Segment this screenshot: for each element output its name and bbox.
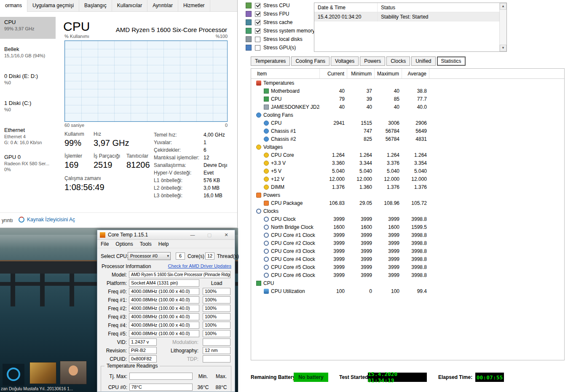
stress-disk-icon bbox=[246, 36, 252, 42]
log-scrollbar[interactable]: ▲ ▼ bbox=[499, 3, 506, 51]
stats-table-row[interactable]: CPU Package 106.83 29.05 108.96 105.72 bbox=[251, 199, 564, 207]
fan-icon bbox=[256, 113, 261, 118]
stats-table-row[interactable]: +3.3 V 3.360 3.344 3.376 3.354 bbox=[251, 159, 564, 167]
stress-option[interactable]: Stress system memory bbox=[246, 27, 315, 35]
stats-table-row[interactable]: North Bridge Clock 1600 1600 1600 1599.5 bbox=[251, 223, 564, 231]
checkbox[interactable] bbox=[255, 37, 260, 42]
sidebar-item-4[interactable]: Ethernet Ethernet 4 G: 0 A: 16,0 Kb/sn bbox=[0, 125, 56, 147]
gauge-icon bbox=[264, 289, 269, 294]
checkbox[interactable] bbox=[255, 45, 260, 51]
taskmanager-tab[interactable]: Hizmetler bbox=[178, 0, 210, 11]
checkbox[interactable] bbox=[255, 11, 260, 17]
menu-file[interactable]: File bbox=[101, 241, 109, 247]
cpu0-label: CPU #0: bbox=[104, 384, 127, 390]
close-button[interactable]: ✕ bbox=[218, 231, 235, 239]
stat-speed: Hız 3,97 GHz bbox=[94, 131, 129, 148]
aida-tab[interactable]: Powers bbox=[360, 56, 385, 66]
scroll-down-icon[interactable]: ▼ bbox=[500, 45, 506, 51]
clock-icon bbox=[264, 225, 269, 230]
checkbox[interactable] bbox=[255, 20, 260, 25]
stress-option[interactable]: Stress cache bbox=[246, 18, 315, 27]
log-row[interactable]: 15.4.2020 01:34:20 Stability Test: Start… bbox=[314, 12, 499, 21]
cpu-detail-row: Sanallaştırma: Devre Dışı bbox=[154, 161, 228, 169]
sidebar-item-5[interactable]: GPU 0 Radeon RX 580 Ser... 0% bbox=[0, 152, 56, 174]
taskmanager-tab[interactable]: ormans bbox=[0, 0, 27, 12]
stress-option[interactable]: Stress FPU bbox=[246, 10, 315, 18]
stats-table-row[interactable]: CPU 2941 1515 3006 2906 bbox=[251, 119, 564, 127]
menu-tools[interactable]: Tools bbox=[140, 241, 152, 247]
stats-table-row[interactable]: Clocks bbox=[251, 207, 564, 215]
desktop-file-label[interactable]: zan Doğulu Mustafa Yıl... bbox=[1, 387, 48, 391]
stats-table-row[interactable]: CPU Utilization 100 0 100 99.4 bbox=[251, 287, 564, 295]
stats-table-row[interactable]: CPU Core #2 Clock 3999 3999 3999 3998.8 bbox=[251, 239, 564, 247]
log-status: Stability Test: Started bbox=[378, 12, 499, 21]
stats-table-row[interactable]: Temperatures bbox=[251, 79, 564, 87]
taskmanager-tab[interactable]: Başlangıç bbox=[79, 0, 112, 11]
clock-icon bbox=[264, 273, 269, 278]
stress-option[interactable]: Stress CPU bbox=[246, 1, 315, 10]
stats-table-row[interactable]: CPU Core #3 Clock 3999 3999 3999 3998.8 bbox=[251, 247, 564, 255]
cpu-select-dropdown[interactable]: Processor #0 bbox=[128, 252, 171, 260]
maximize-button[interactable]: ▢ bbox=[201, 231, 218, 239]
open-resource-monitor-link[interactable]: Kaynak İzleyicisini Aç bbox=[19, 217, 75, 223]
sidebar-item-1[interactable]: Bellek 15,1/16,0 GB (94%) bbox=[0, 44, 56, 66]
stats-table-row[interactable]: CPU Core #4 Clock 3999 3999 3999 3998.8 bbox=[251, 255, 564, 263]
stats-table-row[interactable]: DIMM 1.376 1.360 1.376 1.376 bbox=[251, 183, 564, 191]
menu-help[interactable]: Help bbox=[158, 241, 169, 247]
driver-update-link[interactable]: Check for AMD Driver Updates bbox=[168, 263, 231, 268]
stress-option[interactable]: Stress GPU(s) bbox=[246, 43, 315, 52]
taskmanager-tab[interactable]: Kullanıcılar bbox=[112, 0, 147, 11]
test-started-value: 15.4.2020 01:34:19 bbox=[368, 373, 427, 382]
freq-field: 4000.08MHz (100.00 x 40.0) bbox=[129, 305, 199, 312]
stats-table-row[interactable]: Voltages bbox=[251, 143, 564, 151]
freq-row: Freq #5: 4000.08MHz (100.00 x 40.0) 100% bbox=[97, 330, 235, 338]
resource-monitor-icon bbox=[19, 217, 24, 223]
stress-memory-icon bbox=[246, 28, 252, 34]
page-title: CPU bbox=[63, 19, 90, 34]
aida-tab[interactable]: Cooling Fans bbox=[291, 56, 330, 66]
stats-table-row[interactable]: CPU bbox=[251, 279, 564, 287]
sidebar-item-0[interactable]: CPU 99% 3,97 GHz bbox=[0, 17, 56, 39]
scroll-up-icon[interactable]: ▲ bbox=[500, 3, 506, 10]
menu-options[interactable]: Options bbox=[115, 241, 133, 247]
aida-tab[interactable]: Clocks bbox=[386, 56, 410, 66]
stats-table-row[interactable]: CPU Core #1 Clock 3999 3999 3999 3998.8 bbox=[251, 231, 564, 239]
elapsed-time-label: Elapsed Time: bbox=[438, 374, 472, 380]
stats-table-row[interactable]: Powers bbox=[251, 191, 564, 199]
desktop-file-thumbnail-2[interactable] bbox=[60, 361, 87, 384]
fewer-details-toggle[interactable]: yrıntı bbox=[2, 217, 13, 223]
sidebar-item-2[interactable]: 0 Diski (E: D:) %0 bbox=[0, 71, 56, 93]
stats-table-row[interactable]: Motherboard 40 37 40 38.8 bbox=[251, 87, 564, 95]
stats-table-row[interactable]: CPU Core #6 Clock 3999 3999 3999 3998.8 bbox=[251, 271, 564, 279]
threads-label: Thread(s) bbox=[217, 253, 239, 259]
stats-table-row[interactable]: CPU Clock 3999 3999 3999 3998.8 bbox=[251, 215, 564, 223]
stats-table-row[interactable]: Chassis #2 825 56784 4831 bbox=[251, 135, 564, 143]
desktop-file-label[interactable]: 20130616 1... bbox=[47, 387, 73, 391]
taskmanager-tab[interactable]: Ayrıntılar bbox=[147, 0, 178, 11]
taskbar-app-tile[interactable] bbox=[3, 364, 24, 386]
aida-tab[interactable]: Statistics bbox=[437, 56, 466, 66]
checkbox[interactable] bbox=[255, 28, 260, 34]
sidebar-item-3[interactable]: 1 Diski (C:) %0 bbox=[0, 98, 56, 120]
stress-option[interactable]: Stress local disks bbox=[246, 35, 315, 43]
aida-tab[interactable]: Temperatures bbox=[251, 56, 290, 66]
taskmanager-tab[interactable]: Uygulama geçmişi bbox=[27, 0, 79, 11]
aida-tab[interactable]: Unified bbox=[411, 56, 435, 66]
checkbox[interactable] bbox=[255, 3, 260, 8]
core-temp-titlebar[interactable]: Core Temp 1.15.1 — ▢ ✕ bbox=[97, 230, 235, 240]
stats-table-row[interactable]: +12 V 12.000 12.000 12.000 12.000 bbox=[251, 175, 564, 183]
stats-table-row[interactable]: CPU 79 39 85 77.7 bbox=[251, 95, 564, 103]
stats-table-row[interactable]: CPU Core 1.264 1.264 1.264 1.264 bbox=[251, 151, 564, 159]
aida-tab[interactable]: Voltages bbox=[331, 56, 359, 66]
clock-icon bbox=[264, 217, 269, 222]
stats-table-row[interactable]: +5 V 5.040 5.040 5.040 5.040 bbox=[251, 167, 564, 175]
stats-table-row[interactable]: Cooling Fans bbox=[251, 111, 564, 119]
voltage-icon bbox=[264, 153, 269, 158]
stats-table-row[interactable]: JAMESDONKEY JD24... 40 40 40 40.0 bbox=[251, 103, 564, 111]
minimize-button[interactable]: — bbox=[184, 231, 201, 239]
stat-threads: İş Parçacığı 2519 bbox=[94, 153, 120, 170]
desktop-file-thumbnail-1[interactable] bbox=[29, 362, 56, 384]
freq-field: 4000.08MHz (100.00 x 40.0) bbox=[129, 322, 199, 329]
stats-table-row[interactable]: Chassis #1 747 56784 5649 bbox=[251, 127, 564, 135]
stats-table-row[interactable]: CPU Core #5 Clock 3999 3999 3999 3998.8 bbox=[251, 263, 564, 271]
